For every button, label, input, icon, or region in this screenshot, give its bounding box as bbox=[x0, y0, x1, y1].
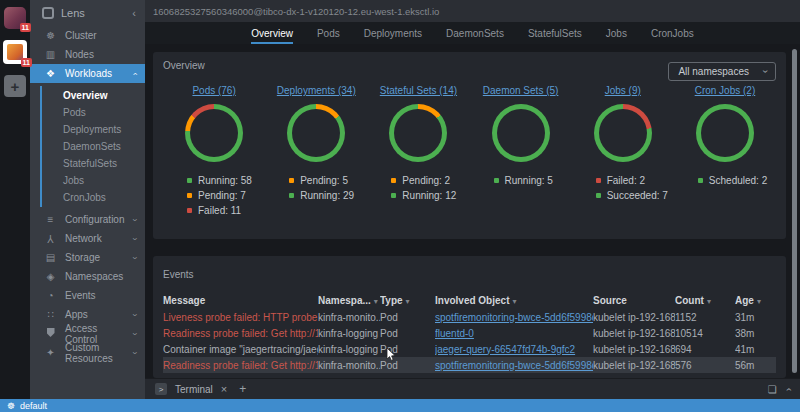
storage-icon: ▤ bbox=[44, 252, 57, 263]
lens-logo-icon bbox=[42, 7, 54, 19]
chart-deployments: Deployments (34) Pending: 5 Running: 29 bbox=[265, 85, 367, 218]
sidebar-item-events[interactable]: ◔ Events bbox=[30, 286, 145, 305]
vertical-scrollbar[interactable] bbox=[792, 49, 797, 373]
sidebar-item-workloads-overview[interactable]: Overview bbox=[42, 87, 145, 104]
workloads-tabbar: Overview Pods Deployments DaemonSets Sta… bbox=[145, 22, 800, 44]
column-header-count[interactable]: Count▾ bbox=[675, 295, 735, 306]
sidebar-item-configuration[interactable]: ≡ Configuration › bbox=[30, 210, 145, 229]
event-involved-object-link[interactable]: spotfiremonitoring-bwce-5dd6f5998d-tdnx6 bbox=[435, 360, 593, 371]
legend-label: Pending: 7 bbox=[198, 188, 246, 203]
sidebar-item-workloads[interactable]: ❖ Workloads › bbox=[30, 64, 145, 83]
statefulsets-donut-chart bbox=[389, 104, 447, 162]
column-header-message: Message bbox=[163, 295, 318, 306]
sidebar-collapse-icon[interactable]: ‹ bbox=[132, 7, 136, 19]
sidebar-item-label: Apps bbox=[65, 309, 88, 320]
terminal-expand-icon[interactable]: ❏ bbox=[768, 384, 777, 395]
event-message: Liveness probe failed: HTTP probe failed… bbox=[163, 312, 318, 323]
event-count: 10514 bbox=[675, 328, 735, 339]
tab-pods[interactable]: Pods bbox=[317, 22, 340, 44]
event-source: kubelet ip-192-168-5... bbox=[593, 312, 675, 323]
chevron-down-icon: › bbox=[130, 313, 140, 316]
legend-item: Scheduled: 2 bbox=[698, 173, 776, 188]
sidebar-item-label: Cluster bbox=[65, 30, 97, 41]
chart-pods-link[interactable]: Pods (76) bbox=[192, 85, 235, 96]
cluster-icon-1[interactable]: 11 bbox=[4, 7, 26, 29]
cronjobs-donut-chart bbox=[696, 104, 754, 162]
terminal-new-tab-icon[interactable]: + bbox=[239, 382, 246, 396]
column-header-age[interactable]: Age▾ bbox=[735, 295, 776, 306]
chart-deployments-link[interactable]: Deployments (34) bbox=[277, 85, 356, 96]
column-header-namespace[interactable]: Namespa...▾ bbox=[318, 295, 380, 306]
add-cluster-button[interactable]: + bbox=[4, 75, 26, 97]
sidebar-item-workloads-statefulsets[interactable]: StatefulSets bbox=[42, 155, 145, 172]
deployments-legend: Pending: 5 Running: 29 bbox=[265, 173, 367, 203]
sidebar-item-workloads-daemonsets[interactable]: DaemonSets bbox=[42, 138, 145, 155]
sidebar-item-apps[interactable]: ∷ Apps › bbox=[30, 305, 145, 324]
event-row[interactable]: Readiness probe failed: Get http://192.1… bbox=[163, 325, 776, 341]
sidebar-item-custom-resources[interactable]: ✦ Custom Resources › bbox=[30, 343, 145, 362]
tab-jobs[interactable]: Jobs bbox=[606, 22, 627, 44]
configuration-icon: ≡ bbox=[44, 214, 57, 225]
terminal-close-icon[interactable]: × bbox=[221, 383, 227, 395]
tab-statefulsets[interactable]: StatefulSets bbox=[528, 22, 582, 44]
event-message: Readiness probe failed: Get http://192.1… bbox=[163, 328, 318, 339]
chart-statefulsets-link[interactable]: Stateful Sets (14) bbox=[380, 85, 457, 96]
chart-cronjobs-link[interactable]: Cron Jobs (2) bbox=[695, 85, 756, 96]
event-row[interactable]: Liveness probe failed: HTTP probe failed… bbox=[163, 309, 776, 325]
cluster-icon-2-active[interactable]: 11 bbox=[3, 40, 27, 64]
sidebar-item-cluster[interactable]: ☸ Cluster bbox=[30, 26, 145, 45]
active-namespace-label: default bbox=[20, 401, 47, 411]
event-involved-object-link[interactable]: spotfiremonitoring-bwce-5dd6f5998d-tdnx6 bbox=[435, 312, 593, 323]
sidebar-item-workloads-cronjobs[interactable]: CronJobs bbox=[42, 189, 145, 206]
event-age: 56m bbox=[735, 360, 776, 371]
statefulsets-legend: Pending: 2 Running: 12 bbox=[367, 173, 469, 203]
legend-item: Running: 5 bbox=[494, 173, 572, 188]
event-row[interactable]: Container image "jaegertracing/jaeger-qu… bbox=[163, 341, 776, 357]
sort-caret-icon: ▾ bbox=[757, 297, 761, 306]
terminal-chevron-up-icon[interactable]: › bbox=[783, 387, 794, 390]
legend-item: Pending: 7 bbox=[187, 188, 265, 203]
legend-dot bbox=[698, 178, 703, 183]
chart-daemonsets-link[interactable]: Daemon Sets (5) bbox=[483, 85, 559, 96]
event-namespace: kinfra-monito... bbox=[318, 312, 380, 323]
chart-jobs-link[interactable]: Jobs (9) bbox=[605, 85, 641, 96]
legend-item: Pending: 5 bbox=[289, 173, 367, 188]
legend-dot bbox=[494, 178, 499, 183]
chart-statefulsets: Stateful Sets (14) Pending: 2 Running: 1… bbox=[367, 85, 469, 218]
legend-item: Pending: 2 bbox=[391, 173, 469, 188]
column-header-type[interactable]: Type▾ bbox=[380, 295, 435, 306]
event-message: Container image "jaegertracing/jaeger-qu… bbox=[163, 344, 318, 355]
chevron-down-icon: › bbox=[760, 70, 771, 73]
event-source: kubelet ip-192-168-5... bbox=[593, 344, 675, 355]
event-row[interactable]: Readiness probe failed: Get http://192.1… bbox=[163, 357, 776, 373]
column-header-involved-object[interactable]: Involved Object▾ bbox=[435, 295, 593, 306]
sidebar-item-access-control[interactable]: Access Control › bbox=[30, 324, 145, 343]
sidebar-item-network[interactable]: Y Network › bbox=[30, 229, 145, 248]
tab-deployments[interactable]: Deployments bbox=[364, 22, 422, 44]
namespace-select[interactable]: All namespaces › bbox=[668, 62, 776, 81]
terminal-bar: > Terminal × + ❏ › bbox=[145, 378, 800, 399]
event-involved-object-link[interactable]: jaeger-query-66547fd74b-9gfc2 bbox=[435, 344, 593, 355]
legend-label: Running: 12 bbox=[402, 188, 456, 203]
namespace-select-value: All namespaces bbox=[678, 66, 749, 77]
sidebar-item-workloads-pods[interactable]: Pods bbox=[42, 104, 145, 121]
sidebar-item-workloads-deployments[interactable]: Deployments bbox=[42, 121, 145, 138]
column-header-source: Source bbox=[593, 295, 675, 306]
event-type: Pod bbox=[380, 312, 435, 323]
sidebar-item-namespaces[interactable]: ◈ Namespaces bbox=[30, 267, 145, 286]
event-involved-object-link[interactable]: fluentd-0 bbox=[435, 328, 593, 339]
tab-overview[interactable]: Overview bbox=[251, 22, 293, 44]
tab-cronjobs[interactable]: CronJobs bbox=[651, 22, 694, 44]
sidebar-item-label: Custom Resources bbox=[65, 342, 125, 364]
sidebar-item-nodes[interactable]: ▥ Nodes bbox=[30, 45, 145, 64]
legend-label: Running: 5 bbox=[505, 173, 553, 188]
puzzle-icon: ✦ bbox=[44, 347, 57, 358]
terminal-icon: > bbox=[155, 383, 167, 395]
terminal-tab-label[interactable]: Terminal bbox=[175, 384, 213, 395]
app-window: 11 11 + Lens ‹ ☸ Cluster ▥ Nodes ❖ Workl… bbox=[0, 0, 800, 399]
sidebar-item-storage[interactable]: ▤ Storage › bbox=[30, 248, 145, 267]
sidebar-item-label: Events bbox=[65, 290, 96, 301]
sidebar-item-label: Workloads bbox=[65, 68, 112, 79]
sidebar-item-workloads-jobs[interactable]: Jobs bbox=[42, 172, 145, 189]
tab-daemonsets[interactable]: DaemonSets bbox=[446, 22, 504, 44]
